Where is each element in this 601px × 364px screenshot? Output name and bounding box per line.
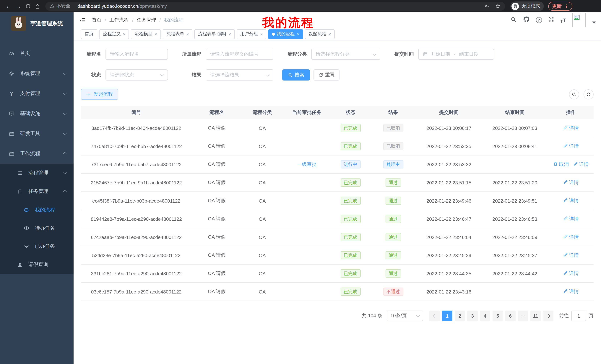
back-icon[interactable]: ←	[4, 3, 13, 10]
page-size-select[interactable]: 10条/页	[387, 311, 423, 321]
result-select[interactable]: 请选择流结果	[206, 69, 273, 80]
sidebar-item-done-tasks[interactable]: 已办任务	[0, 237, 74, 255]
help-icon[interactable]: ?	[536, 17, 542, 23]
status-badge: 已完成	[341, 197, 361, 205]
home-icon[interactable]	[33, 3, 42, 9]
reload-icon[interactable]	[23, 3, 33, 9]
start-date-input[interactable]: 开始日期	[431, 51, 450, 57]
sidebar-item-task-management[interactable]: 任务管理	[0, 182, 74, 201]
close-icon[interactable]: ×	[329, 32, 331, 36]
security-label[interactable]: 不安全	[56, 3, 70, 9]
detail-link[interactable]: 详情	[563, 288, 579, 295]
pencil-icon	[563, 289, 568, 295]
font-size-icon[interactable]: TT	[560, 17, 566, 23]
date-range-picker[interactable]: 开始日期 - 结束日期	[418, 49, 494, 60]
tab-process-form-edit[interactable]: 流程表单-编辑 ×	[194, 29, 235, 39]
tab-user-group[interactable]: 用户分组 ×	[237, 29, 267, 39]
tab-process-definition[interactable]: 流程定义 ×	[99, 29, 129, 39]
status-select[interactable]: 请选择状态	[105, 69, 168, 80]
breadcrumb-task-management[interactable]: 任务管理	[137, 17, 156, 23]
page-button-4[interactable]: 4	[480, 311, 490, 321]
end-date-input[interactable]: 结束日期	[459, 51, 479, 57]
address-bar[interactable]: 不安全 dashboard.yudao.iocoder.cn/bpm/task/…	[45, 2, 505, 10]
star-icon[interactable]	[495, 3, 501, 9]
github-icon[interactable]	[523, 16, 530, 24]
breadcrumb-home[interactable]: 首页	[92, 17, 101, 23]
detail-link[interactable]: 详情	[563, 179, 579, 186]
process-name-input[interactable]: 请输入流程名	[105, 49, 168, 60]
fullscreen-icon[interactable]	[548, 16, 554, 24]
page-button-1[interactable]: 1	[442, 311, 452, 321]
start-process-button[interactable]: ＋ 发起流程	[81, 89, 118, 100]
process-name-label: 流程名	[81, 51, 101, 57]
column-header: 提交时间	[416, 109, 481, 116]
sidebar-item-system-management[interactable]: 系统管理	[0, 63, 74, 84]
chevron-down-icon[interactable]	[592, 21, 596, 24]
detail-link[interactable]: 详情	[563, 216, 579, 222]
page-button-5[interactable]: 5	[492, 311, 503, 321]
update-button[interactable]: 更新 ⋮	[548, 2, 572, 10]
detail-link[interactable]: 详情	[563, 197, 579, 204]
current-task-link[interactable]: 一级审批	[297, 161, 316, 168]
category-select[interactable]: 请选择流程分类	[311, 49, 380, 60]
tab-label: 流程表单-编辑	[198, 31, 226, 37]
sidebar-item-home[interactable]: 首页	[0, 43, 74, 63]
cell-submit-time: 2022-01-22 23:53:35	[416, 144, 481, 149]
sidebar-item-dev-tools[interactable]: 研发工具	[0, 124, 74, 144]
menu-fold-icon[interactable]	[80, 17, 86, 23]
tab-process-form[interactable]: 流程表单 ×	[163, 29, 193, 39]
page-button-11[interactable]: 11	[531, 311, 541, 321]
chevron-up-icon	[63, 190, 67, 193]
close-icon[interactable]: ×	[123, 32, 125, 36]
detail-link[interactable]: 详情	[573, 161, 589, 168]
eye-icon	[23, 225, 30, 231]
prev-page-button[interactable]	[429, 311, 440, 321]
sidebar-item-infrastructure[interactable]: 基础设施	[0, 104, 74, 124]
breadcrumb-workflow[interactable]: 工作流程	[109, 17, 129, 23]
close-icon[interactable]: ×	[297, 32, 299, 36]
detail-link[interactable]: 详情	[563, 234, 579, 240]
app-logo[interactable]: 芋道管理系统	[0, 12, 74, 35]
sidebar-item-payment-management[interactable]: ¥ 支付管理	[0, 84, 74, 104]
sidebar-item-process-management[interactable]: 流程管理	[0, 164, 74, 182]
close-icon[interactable]: ×	[229, 32, 231, 36]
search-toggle-button[interactable]	[569, 89, 579, 99]
cell-result: 通过	[370, 197, 416, 205]
page-button-6[interactable]: 6	[505, 311, 516, 321]
sidebar-item-workflow[interactable]: 工作流程	[0, 144, 74, 164]
sidebar-item-todo-tasks[interactable]: 待办任务	[0, 219, 74, 237]
page-button-2[interactable]: 2	[455, 311, 465, 321]
search-icon[interactable]	[510, 16, 517, 24]
sidebar: 芋道管理系统 首页 系统管理 ¥ 支付管理 基础设施 研发工具	[0, 12, 74, 364]
search-button[interactable]: 搜索	[282, 69, 310, 80]
kebab-menu-icon[interactable]: ⋮	[564, 3, 569, 9]
table-header: 编号流程名流程分类当前审批任务状态结果提交时间结束时间操作	[81, 106, 594, 119]
page-button-3[interactable]: 3	[467, 311, 478, 321]
next-page-button[interactable]	[543, 311, 553, 321]
cell-category: OA	[242, 198, 283, 203]
detail-link[interactable]: 详情	[563, 252, 579, 259]
sidebar-item-leave-query[interactable]: 请假查询	[0, 255, 74, 274]
forward-icon[interactable]: →	[13, 3, 23, 10]
key-icon[interactable]	[484, 3, 490, 9]
table-row: ec45f38f-7b9a-11ec-b03b-acde48001122 OA …	[81, 192, 594, 210]
more-pages-button[interactable]: ···	[518, 311, 528, 321]
close-icon[interactable]: ×	[186, 32, 189, 36]
tab-process-model[interactable]: 流程模型 ×	[131, 29, 161, 39]
goto-page-input[interactable]	[571, 311, 586, 321]
reset-button[interactable]: 重置	[313, 69, 340, 80]
filter-status: 状态 请选择状态	[81, 69, 168, 80]
refresh-button[interactable]	[583, 89, 594, 99]
cell-result: 已取消	[370, 124, 416, 132]
detail-link[interactable]: 详情	[563, 143, 579, 150]
cell-actions: 详情	[548, 197, 594, 204]
detail-link[interactable]: 详情	[563, 270, 579, 277]
tab-home[interactable]: 首页	[81, 29, 97, 39]
cancel-link[interactable]: 取消	[553, 161, 569, 168]
avatar[interactable]	[572, 13, 586, 27]
definition-input[interactable]: 请输入流程定义的编号	[206, 49, 273, 60]
sidebar-item-my-process[interactable]: 我的流程	[0, 201, 74, 219]
close-icon[interactable]: ×	[155, 32, 157, 36]
close-icon[interactable]: ×	[260, 32, 263, 36]
detail-link[interactable]: 详情	[563, 125, 579, 131]
